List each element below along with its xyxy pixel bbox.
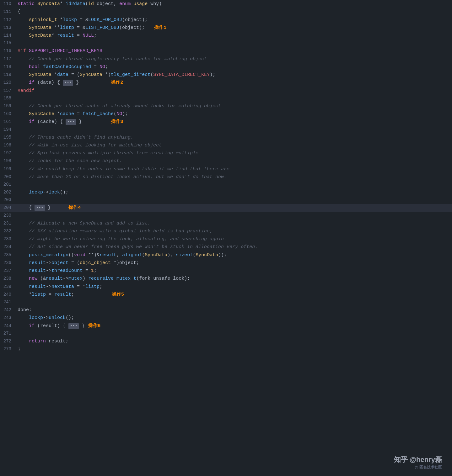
code-line-110: 110 static SyncData* id2data(id object, …	[0, 0, 452, 8]
code-line-195: 195 // Thread cache didn't find anything…	[0, 134, 452, 141]
code-line-235: 235 posix_memalign((void **)&result, ali…	[0, 251, 452, 259]
code-line-158: 158	[0, 95, 452, 102]
code-line-197: 197 // Spinlock prevents multiple thread…	[0, 149, 452, 157]
code-line-111: 111 {	[0, 8, 452, 16]
code-line-199: 199 // We could keep the nodes in some h…	[0, 165, 452, 173]
code-line-230: 230	[0, 212, 452, 219]
code-line-200: 200 // more than 20 or so distinct locks…	[0, 173, 452, 181]
code-line-239: 239 result->nextData = *listp;	[0, 283, 452, 291]
code-line-203: 203	[0, 196, 452, 204]
code-line-244: 244 if (result) { ••• }操作6	[0, 322, 452, 330]
code-line-159: 159 // Check per-thread cache of already…	[0, 102, 452, 110]
code-line-202: 202 lockp->lock();	[0, 188, 452, 196]
code-line-237: 237 result->threadCount = 1;	[0, 267, 452, 275]
code-line-234: 234 // But since we never free these guy…	[0, 243, 452, 251]
code-line-114: 114 SyncData* result = NULL;	[0, 32, 452, 40]
code-line-116: 116 #if SUPPORT_DIRECT_THREAD_KEYS	[0, 47, 452, 55]
code-line-112: 112 spinlock_t *lockp = &LOCK_FOR_OBJ(ob…	[0, 16, 452, 24]
code-line-201: 201	[0, 181, 452, 188]
code-line-113: 113 SyncData **listp = &LIST_FOR_OBJ(obj…	[0, 24, 452, 32]
code-line-241: 241	[0, 299, 452, 306]
code-line-119: 119 SyncData *data = (SyncData *)tls_get…	[0, 71, 452, 79]
code-line-242: 242 done:	[0, 306, 452, 314]
code-line-273: 273 }	[0, 345, 452, 353]
code-line-115: 115	[0, 40, 452, 47]
code-line-232: 232 // XXX allocating memory with a glob…	[0, 227, 452, 235]
code-line-271: 271	[0, 330, 452, 337]
code-line-198: 198 // locks for the same new object.	[0, 157, 452, 165]
code-line-272: 272 return result;	[0, 337, 452, 345]
code-block: 110 static SyncData* id2data(id object, …	[0, 0, 452, 353]
code-line-160: 160 SyncCache *cache = fetch_cache(NO);	[0, 110, 452, 118]
code-line-240: 240 *listp = result; 操作5	[0, 291, 452, 299]
watermark: 知乎 @henry磊 @ 匿名技术社区	[394, 454, 442, 470]
code-line-117: 117 // Check per-thread single-entry fas…	[0, 55, 452, 63]
code-line-236: 236 result->object = (objc_object *)obje…	[0, 259, 452, 267]
code-line-118: 118 bool fastCacheOccupied = NO;	[0, 63, 452, 71]
code-line-204: 204 { ••• } 操作4	[0, 204, 452, 212]
code-line-120: 120 if (data) { ••• } 操作2	[0, 79, 452, 87]
code-line-238: 238 new (&result->mutex) recursive_mutex…	[0, 275, 452, 283]
code-line-194: 194	[0, 126, 452, 134]
code-line-243: 243 lockp->unlock();	[0, 314, 452, 322]
code-line-231: 231 // Allocate a new SyncData and add t…	[0, 219, 452, 227]
code-line-233: 233 // might be worth releasing the lock…	[0, 235, 452, 243]
code-line-157: 157 #endif	[0, 87, 452, 95]
code-line-161: 161 if (cache) { ••• } 操作3	[0, 118, 452, 126]
code-line-196: 196 // Walk in-use list looking for matc…	[0, 141, 452, 149]
